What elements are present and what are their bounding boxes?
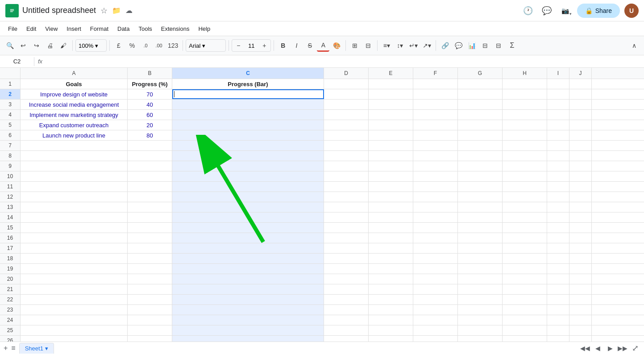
col-header-f[interactable]: F (413, 68, 458, 79)
cell-b25[interactable] (128, 325, 172, 335)
cell-f4[interactable] (413, 110, 458, 120)
cell-j2[interactable] (569, 89, 592, 99)
cell-c2[interactable] (172, 89, 324, 99)
cell-b20[interactable] (128, 274, 172, 284)
cell-a20[interactable] (21, 274, 128, 284)
col-header-e[interactable]: E (369, 68, 413, 79)
cell-f15[interactable] (413, 223, 458, 233)
chart-button[interactable]: 📊 (465, 39, 478, 52)
rotate-button[interactable]: ↗▾ (420, 39, 433, 52)
cell-d2[interactable] (324, 89, 369, 99)
sheets-menu-button[interactable]: ≡ (11, 344, 15, 352)
cell-j4[interactable] (569, 110, 592, 120)
cell-e4[interactable] (369, 110, 413, 120)
cell-h2[interactable] (503, 89, 547, 99)
cell-e17[interactable] (369, 243, 413, 253)
cell-b5[interactable]: 20 (128, 120, 172, 130)
cell-h6[interactable] (503, 130, 547, 140)
cell-c17[interactable] (172, 243, 324, 253)
cell-j23[interactable] (569, 305, 592, 315)
cell-j25[interactable] (569, 325, 592, 335)
cell-a16[interactable] (21, 233, 128, 243)
cell-a14[interactable] (21, 212, 128, 222)
merge-button[interactable]: ⊟ (362, 39, 374, 52)
cell-a6[interactable]: Launch new product line (21, 130, 128, 140)
borders-button[interactable]: ⊞ (349, 39, 361, 52)
cell-i11[interactable] (547, 182, 569, 192)
cell-i2[interactable] (547, 89, 569, 99)
cell-i14[interactable] (547, 212, 569, 222)
cell-h8[interactable] (503, 151, 547, 161)
cell-c21[interactable] (172, 284, 324, 294)
row-num-17[interactable]: 17 (0, 243, 21, 253)
cell-g25[interactable] (458, 325, 503, 335)
cell-d3[interactable] (324, 100, 369, 109)
cell-b6[interactable]: 80 (128, 130, 172, 140)
menu-file[interactable]: File (4, 24, 22, 34)
cell-c5[interactable] (172, 120, 324, 130)
percent-button[interactable]: % (126, 39, 138, 52)
cell-j10[interactable] (569, 171, 592, 181)
cell-f24[interactable] (413, 315, 458, 325)
cell-c15[interactable] (172, 223, 324, 233)
cell-g14[interactable] (458, 212, 503, 222)
cell-i4[interactable] (547, 110, 569, 120)
cell-c24[interactable] (172, 315, 324, 325)
cell-d7[interactable] (324, 141, 369, 150)
cell-b13[interactable] (128, 202, 172, 212)
cell-f23[interactable] (413, 305, 458, 315)
cell-h21[interactable] (503, 284, 547, 294)
decimal-decrease-button[interactable]: .0 (139, 39, 152, 52)
cell-f25[interactable] (413, 325, 458, 335)
cell-d10[interactable] (324, 171, 369, 181)
cell-a4[interactable]: Implement new marketing strategy (21, 110, 128, 120)
cell-j16[interactable] (569, 233, 592, 243)
cell-d15[interactable] (324, 223, 369, 233)
sheet-tab-sheet1[interactable]: Sheet1 ▾ (19, 343, 54, 354)
cell-d9[interactable] (324, 161, 369, 171)
row-num-18[interactable]: 18 (0, 254, 21, 263)
font-selector[interactable]: Arial ▾ (186, 39, 226, 52)
cell-d23[interactable] (324, 305, 369, 315)
cell-g20[interactable] (458, 274, 503, 284)
cell-a24[interactable] (21, 315, 128, 325)
comment-toolbar-button[interactable]: 💬 (452, 39, 465, 52)
cell-e9[interactable] (369, 161, 413, 171)
cell-g13[interactable] (458, 202, 503, 212)
cell-a11[interactable] (21, 182, 128, 192)
row-num-20[interactable]: 20 (0, 274, 21, 284)
add-sheet-button[interactable]: + (4, 344, 8, 352)
cell-d17[interactable] (324, 243, 369, 253)
row-num-13[interactable]: 13 (0, 202, 21, 212)
cell-d12[interactable] (324, 192, 369, 202)
col-header-g[interactable]: G (458, 68, 503, 79)
link-button[interactable]: 🔗 (439, 39, 451, 52)
cell-g12[interactable] (458, 192, 503, 202)
cell-g21[interactable] (458, 284, 503, 294)
cell-h18[interactable] (503, 254, 547, 263)
cell-i7[interactable] (547, 141, 569, 150)
row-num-7[interactable]: 7 (0, 141, 21, 150)
cell-f10[interactable] (413, 171, 458, 181)
cell-g3[interactable] (458, 100, 503, 109)
cell-f1[interactable] (413, 79, 458, 89)
cell-i15[interactable] (547, 223, 569, 233)
col-header-a[interactable]: A (21, 68, 128, 79)
cell-b18[interactable] (128, 254, 172, 263)
cell-c9[interactable] (172, 161, 324, 171)
row-num-23[interactable]: 23 (0, 305, 21, 315)
col-header-c[interactable]: C (172, 68, 324, 79)
cell-c4[interactable] (172, 110, 324, 120)
row-num-16[interactable]: 16 (0, 233, 21, 243)
menu-insert[interactable]: Insert (62, 24, 86, 34)
cell-d22[interactable] (324, 295, 369, 304)
row-num-24[interactable]: 24 (0, 315, 21, 325)
avatar[interactable]: U (624, 4, 639, 18)
cell-g10[interactable] (458, 171, 503, 181)
cell-h25[interactable] (503, 325, 547, 335)
cell-g5[interactable] (458, 120, 503, 130)
cell-g16[interactable] (458, 233, 503, 243)
cell-f19[interactable] (413, 264, 458, 274)
cell-j7[interactable] (569, 141, 592, 150)
cloud-icon[interactable]: ☁ (125, 6, 133, 15)
